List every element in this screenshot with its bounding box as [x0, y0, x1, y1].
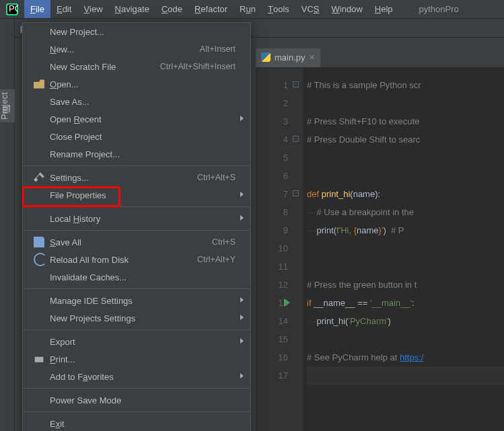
menu-item-open-recent[interactable]: Open Recent [23, 110, 250, 128]
run-gutter-icon[interactable] [284, 299, 290, 307]
editor-gutter[interactable]: 1−234−567−891011121314151617 [256, 68, 303, 431]
menu-item-label: Open Recent [50, 114, 236, 124]
line-number[interactable]: 15 [256, 330, 288, 348]
line-number[interactable]: 5 [256, 149, 288, 167]
line-number[interactable]: 4 [256, 130, 288, 149]
line-number[interactable]: 12 [256, 276, 288, 294]
code-line[interactable]: ····print(f'Hi, {name}') # P [307, 221, 504, 239]
line-number[interactable]: 7 [256, 185, 288, 203]
code-line[interactable] [307, 330, 504, 348]
fold-icon[interactable]: − [293, 81, 299, 87]
menu-separator [24, 288, 250, 289]
code-line[interactable]: # See PyCharm help at https:/ [307, 348, 504, 366]
line-number[interactable]: 16 [256, 348, 288, 366]
fold-icon[interactable]: − [293, 136, 299, 142]
code-line[interactable]: # This is a sample Python scr [307, 76, 504, 94]
menu-tools[interactable]: Tools [262, 0, 295, 18]
menu-item-label: Rename Project... [50, 149, 236, 159]
menu-separator [24, 412, 250, 412]
menu-separator [24, 230, 250, 231]
structure-tool-icon[interactable]: ▤ [2, 103, 13, 112]
code-line[interactable]: ····print_hi('PyCharm') [307, 312, 504, 330]
pycharm-logo-icon: PC [5, 3, 19, 16]
submenu-arrow-icon [240, 373, 244, 379]
code-line[interactable] [307, 258, 504, 276]
code-editor[interactable]: 1−234−567−891011121314151617 # This is a… [256, 68, 504, 431]
menu-shortcut: Ctrl+Alt+S [197, 173, 236, 182]
menu-item-close-project[interactable]: Close Project [23, 128, 250, 145]
menu-item-local-history[interactable]: Local History [23, 210, 250, 227]
menu-item-label: New Scratch File [50, 62, 160, 72]
fold-icon[interactable]: − [293, 190, 299, 196]
submenu-arrow-icon [240, 297, 244, 303]
submenu-arrow-icon [240, 192, 244, 197]
menu-item-new-project[interactable]: New Project... [23, 23, 250, 40]
line-number[interactable]: 11 [256, 258, 288, 276]
menu-item-export[interactable]: Export [23, 333, 250, 350]
file-menu-dropdown: New Project...New...Alt+InsertNew Scratc… [22, 22, 251, 431]
menu-item-label: New Projects Settings [50, 313, 236, 323]
line-number[interactable]: 2 [256, 94, 288, 112]
menu-item-file-properties[interactable]: File Properties [23, 186, 250, 204]
left-toolbar: Project ▤ [0, 19, 15, 431]
menu-item-label: New... [50, 44, 200, 54]
svg-text:PC: PC [9, 3, 18, 13]
submenu-arrow-icon [240, 116, 244, 121]
menu-item-label: File Properties [50, 190, 236, 200]
line-number[interactable]: 9 [256, 221, 288, 239]
menu-item-new[interactable]: New...Alt+Insert [23, 40, 250, 58]
submenu-arrow-icon [240, 315, 244, 320]
menu-item-invalidate-caches[interactable]: Invalidate Caches... [23, 268, 250, 286]
menu-edit[interactable]: Edit [50, 0, 77, 18]
code-line[interactable]: # Press Shift+F10 to execute [307, 112, 504, 130]
line-number[interactable]: 8 [256, 203, 288, 221]
menu-item-add-to-favorites[interactable]: Add to Favorites [23, 368, 250, 385]
line-number[interactable]: 14 [256, 312, 288, 330]
line-number[interactable]: 6 [256, 167, 288, 185]
line-number[interactable]: 1 [256, 76, 288, 94]
menu-code[interactable]: Code [155, 0, 188, 18]
code-line[interactable] [307, 366, 504, 385]
code-line[interactable] [307, 149, 504, 167]
line-number[interactable]: 3 [256, 112, 288, 130]
menu-navigate[interactable]: Navigate [109, 0, 155, 18]
menu-item-power-save-mode[interactable]: Power Save Mode [23, 391, 250, 409]
editor-code-area[interactable]: # This is a sample Python scr # Press Sh… [303, 68, 504, 431]
menu-item-save-all[interactable]: Save AllCtrl+S [23, 233, 250, 251]
menu-shortcut: Ctrl+S [212, 237, 236, 247]
code-line[interactable]: def print_hi(name): [307, 185, 504, 203]
menu-item-settings[interactable]: Settings...Ctrl+Alt+S [23, 169, 250, 186]
menu-item-rename-project[interactable]: Rename Project... [23, 145, 250, 163]
code-line[interactable] [307, 239, 504, 258]
line-number[interactable]: 10 [256, 239, 288, 258]
menu-item-open[interactable]: Open... [23, 75, 250, 93]
menu-item-exit[interactable]: Exit [23, 415, 250, 431]
menu-item-new-scratch-file[interactable]: New Scratch FileCtrl+Alt+Shift+Insert [23, 58, 250, 75]
menu-view[interactable]: View [77, 0, 108, 18]
menu-item-reload-all-from-disk[interactable]: Reload All from DiskCtrl+Alt+Y [23, 251, 250, 268]
code-line[interactable]: # Press the green button in t [307, 276, 504, 294]
code-line[interactable]: if __name__ == '__main__': [307, 294, 504, 312]
code-line[interactable] [307, 94, 504, 112]
menu-shortcut: Ctrl+Alt+Shift+Insert [160, 62, 236, 71]
menu-separator [24, 388, 250, 389]
code-line[interactable]: # Press Double Shift to searc [307, 130, 504, 149]
menu-item-label: Local History [50, 214, 236, 224]
menu-file[interactable]: File [24, 0, 50, 18]
menu-refactor[interactable]: Refactor [188, 0, 233, 18]
close-tab-icon[interactable]: × [310, 52, 315, 62]
menu-item-label: New Project... [50, 27, 236, 37]
menu-item-print[interactable]: Print... [23, 350, 250, 368]
menu-item-manage-ide-settings[interactable]: Manage IDE Settings [23, 292, 250, 309]
menu-run[interactable]: Run [233, 0, 262, 18]
editor-tab-main[interactable]: main.py × [256, 48, 320, 67]
menu-vcs[interactable]: VCS [295, 0, 326, 18]
code-line[interactable] [307, 167, 504, 185]
menu-window[interactable]: Window [326, 0, 369, 18]
menu-item-new-projects-settings[interactable]: New Projects Settings [23, 309, 250, 327]
line-number[interactable]: 17 [256, 366, 288, 385]
menu-item-save-as[interactable]: Save As... [23, 93, 250, 110]
menu-help[interactable]: Help [369, 0, 399, 18]
code-line[interactable]: ····# Use a breakpoint in the [307, 203, 504, 221]
line-number[interactable]: 13 [256, 294, 288, 312]
